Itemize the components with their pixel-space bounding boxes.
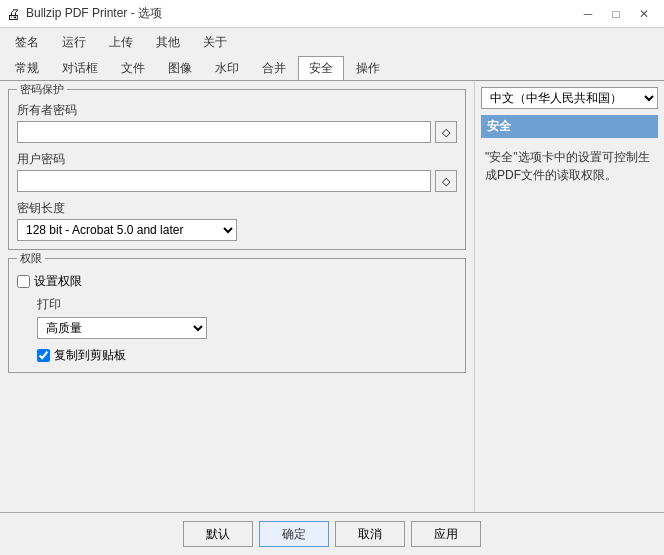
tab-general[interactable]: 常规 <box>4 56 50 80</box>
print-group: 打印 高质量 低质量 禁止打印 复制到剪贴板 <box>17 296 457 364</box>
tab-security[interactable]: 安全 <box>298 56 344 80</box>
window-controls: ─ □ ✕ <box>574 4 658 24</box>
app-icon: 🖨 <box>6 6 20 22</box>
owner-password-toggle[interactable]: ◇ <box>435 121 457 143</box>
cancel-button[interactable]: 取消 <box>335 521 405 547</box>
print-label: 打印 <box>37 296 457 313</box>
bottom-bar: 默认 确定 取消 应用 <box>0 512 664 555</box>
tab-image[interactable]: 图像 <box>157 56 203 80</box>
set-permissions-label: 设置权限 <box>34 273 82 290</box>
help-title: 安全 <box>481 115 658 138</box>
tab-about[interactable]: 关于 <box>192 30 238 54</box>
title-bar: 🖨 Bullzip PDF Printer - 选项 ─ □ ✕ <box>0 0 664 28</box>
owner-password-input[interactable] <box>17 121 431 143</box>
tab-file[interactable]: 文件 <box>110 56 156 80</box>
tab-upload[interactable]: 上传 <box>98 30 144 54</box>
tab-dialog[interactable]: 对话框 <box>51 56 109 80</box>
user-password-toggle[interactable]: ◇ <box>435 170 457 192</box>
right-panel: 中文（中华人民共和国） English 安全 "安全"选项卡中的设置可控制生成P… <box>474 81 664 512</box>
tab-signature[interactable]: 签名 <box>4 30 50 54</box>
close-button[interactable]: ✕ <box>630 4 658 24</box>
owner-password-group: 所有者密码 ◇ <box>17 102 457 143</box>
password-group: 密码保护 所有者密码 ◇ 用户密码 ◇ 密钥长度 128 bit - Acrob… <box>8 89 466 250</box>
tab-row-1: 签名 运行 上传 其他 关于 <box>0 28 664 54</box>
user-password-input[interactable] <box>17 170 431 192</box>
user-password-row: ◇ <box>17 170 457 192</box>
default-button[interactable]: 默认 <box>183 521 253 547</box>
window-title: Bullzip PDF Printer - 选项 <box>26 5 162 22</box>
title-bar-left: 🖨 Bullzip PDF Printer - 选项 <box>6 5 162 22</box>
copy-clipboard-row: 复制到剪贴板 <box>37 347 457 364</box>
tab-other[interactable]: 其他 <box>145 30 191 54</box>
tab-merge[interactable]: 合并 <box>251 56 297 80</box>
permissions-group-title: 权限 <box>17 251 45 266</box>
permissions-group: 权限 设置权限 打印 高质量 低质量 禁止打印 复制到剪贴板 <box>8 258 466 373</box>
minimize-button[interactable]: ─ <box>574 4 602 24</box>
tab-action[interactable]: 操作 <box>345 56 391 80</box>
tab-run[interactable]: 运行 <box>51 30 97 54</box>
language-select[interactable]: 中文（中华人民共和国） English <box>481 87 658 109</box>
copy-clipboard-label: 复制到剪贴板 <box>54 347 126 364</box>
tab-watermark[interactable]: 水印 <box>204 56 250 80</box>
help-text: "安全"选项卡中的设置可控制生成PDF文件的读取权限。 <box>481 144 658 188</box>
key-length-label: 密钥长度 <box>17 200 457 217</box>
copy-clipboard-checkbox[interactable] <box>37 349 50 362</box>
apply-button[interactable]: 应用 <box>411 521 481 547</box>
tabs-container: 签名 运行 上传 其他 关于 常规 对话框 文件 图像 水印 合并 安全 操作 <box>0 28 664 81</box>
key-length-select[interactable]: 128 bit - Acrobat 5.0 and later 40 bit -… <box>17 219 237 241</box>
left-panel: 🔒 密码保护 所有者密码 ◇ 用户密码 ◇ 密钥长度 <box>0 81 474 512</box>
tab-row-2: 常规 对话框 文件 图像 水印 合并 安全 操作 <box>0 54 664 80</box>
user-password-group: 用户密码 ◇ <box>17 151 457 192</box>
key-length-group: 密钥长度 128 bit - Acrobat 5.0 and later 40 … <box>17 200 457 241</box>
print-quality-select[interactable]: 高质量 低质量 禁止打印 <box>37 317 207 339</box>
owner-password-label: 所有者密码 <box>17 102 457 119</box>
confirm-button[interactable]: 确定 <box>259 521 329 547</box>
maximize-button[interactable]: □ <box>602 4 630 24</box>
set-permissions-checkbox[interactable] <box>17 275 30 288</box>
owner-password-row: ◇ <box>17 121 457 143</box>
main-layout: 🔒 密码保护 所有者密码 ◇ 用户密码 ◇ 密钥长度 <box>0 81 664 512</box>
password-group-title: 密码保护 <box>17 82 67 97</box>
set-permissions-row: 设置权限 <box>17 273 457 290</box>
user-password-label: 用户密码 <box>17 151 457 168</box>
